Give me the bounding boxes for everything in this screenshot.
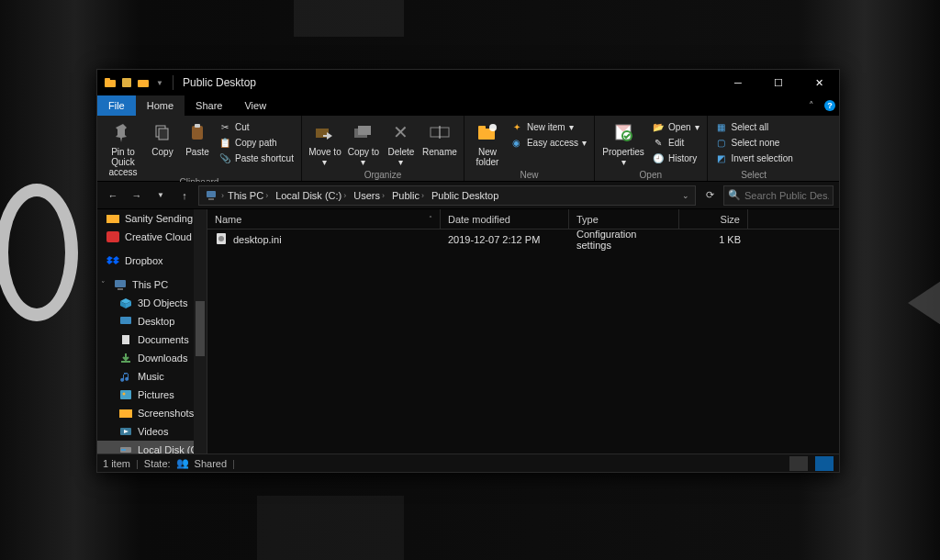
ribbon-group-select: ▦Select all ▢Select none ◩Invert selecti… — [708, 116, 800, 181]
nav-videos[interactable]: Videos — [97, 422, 207, 441]
nav-music[interactable]: Music — [97, 367, 207, 386]
qat-newfolder-icon[interactable] — [136, 75, 151, 90]
icons-view-button[interactable] — [815, 456, 834, 471]
rename-icon — [427, 119, 453, 145]
invert-selection-button[interactable]: ◩Invert selection — [713, 151, 795, 165]
svg-rect-29 — [120, 317, 131, 324]
disk-icon — [119, 443, 132, 454]
nav-scrollbar[interactable] — [194, 209, 207, 454]
edit-button[interactable]: ✎Edit — [650, 135, 700, 150]
paste-button[interactable]: Paste — [182, 118, 213, 157]
easy-access-button[interactable]: ◉Easy access ▾ — [509, 135, 588, 150]
crumb-public[interactable]: Public› — [388, 190, 428, 201]
copy-to-button[interactable]: Copy to ▾ — [346, 118, 381, 167]
open-icon: 📂 — [652, 120, 665, 133]
rename-button[interactable]: Rename — [421, 118, 458, 157]
file-icon — [215, 232, 228, 247]
new-folder-button[interactable]: New folder — [470, 118, 505, 167]
breadcrumb[interactable]: › This PC› Local Disk (C:)› Users› Publi… — [198, 185, 696, 206]
nav-dropbox[interactable]: Dropbox — [97, 252, 207, 270]
properties-button[interactable]: Properties ▾ — [600, 118, 646, 167]
col-name[interactable]: Name˄ — [207, 209, 441, 229]
file-list: Name˄ Date modified Type Size desktop.in… — [207, 209, 839, 454]
recent-button[interactable]: ▼ — [151, 185, 171, 206]
col-size[interactable]: Size — [679, 209, 748, 229]
pin-button[interactable]: Pin to Quick access — [103, 118, 143, 177]
search-input[interactable] — [744, 190, 829, 201]
select-all-button[interactable]: ▦Select all — [713, 119, 795, 134]
svg-rect-22 — [106, 215, 119, 223]
nav-creative-cloud[interactable]: Creative Cloud Fil — [97, 228, 207, 246]
scrollbar-thumb[interactable] — [196, 301, 205, 356]
col-date[interactable]: Date modified — [441, 209, 569, 229]
ribbon: Pin to Quick access Copy Paste ✂Cut 📋Cop… — [97, 116, 839, 182]
select-none-icon: ▢ — [715, 136, 728, 149]
file-row[interactable]: desktop.ini 2019-12-07 2:12 PM Configura… — [207, 230, 839, 250]
crumb-this-pc[interactable]: This PC› — [224, 190, 272, 201]
tab-home[interactable]: Home — [136, 95, 185, 116]
nav-desktop[interactable]: Desktop — [97, 312, 207, 330]
maximize-button[interactable]: ☐ — [758, 70, 799, 95]
move-to-button[interactable]: Move to ▾ — [308, 118, 342, 167]
ribbon-group-new: New folder ✦New item ▾ ◉Easy access ▾ Ne… — [464, 116, 595, 181]
up-button[interactable]: ↑ — [174, 185, 195, 206]
nav-downloads[interactable]: Downloads — [97, 349, 207, 367]
new-item-button[interactable]: ✦New item ▾ — [509, 119, 588, 134]
refresh-button[interactable]: ⟳ — [699, 185, 720, 206]
crumb-users[interactable]: Users› — [350, 190, 388, 201]
minimize-button[interactable]: ─ — [718, 70, 758, 95]
back-button[interactable]: ← — [103, 185, 123, 206]
dropbox-icon — [106, 254, 119, 267]
music-icon — [119, 370, 132, 383]
nav-this-pc[interactable]: ˅This PC — [97, 275, 207, 294]
search-box[interactable]: 🔍 — [723, 185, 834, 206]
open-button[interactable]: 📂Open ▾ — [650, 119, 700, 134]
nav-local-disk-c[interactable]: Local Disk (C:) — [97, 441, 207, 454]
tab-share[interactable]: Share — [185, 95, 233, 116]
qat-dropdown-icon[interactable]: ▼ — [152, 75, 167, 90]
nav-sanity-sending[interactable]: Sanity Sending a˄ — [97, 209, 207, 228]
state-value: Shared — [195, 458, 227, 469]
delete-button[interactable]: ✕Delete ▾ — [385, 118, 418, 167]
copy-button[interactable]: Copy — [147, 118, 178, 157]
address-bar: ← → ▼ ↑ › This PC› Local Disk (C:)› User… — [97, 182, 839, 209]
svg-rect-38 — [121, 449, 126, 451]
crumb-local-disk[interactable]: Local Disk (C:)› — [272, 190, 350, 201]
collapse-ribbon-icon[interactable]: ˄ — [802, 95, 821, 116]
titlebar[interactable]: ▼ Public Desktop ─ ☐ ✕ — [97, 70, 839, 95]
col-type[interactable]: Type — [569, 209, 679, 229]
bg-shape — [257, 496, 404, 560]
explorer-window: ▼ Public Desktop ─ ☐ ✕ File Home Share V… — [96, 69, 840, 473]
search-icon: 🔍 — [728, 189, 741, 201]
cut-icon: ✂ — [218, 120, 231, 133]
details-view-button[interactable] — [789, 456, 808, 471]
ribbon-group-clipboard: Pin to Quick access Copy Paste ✂Cut 📋Cop… — [97, 116, 302, 181]
cc-icon — [106, 230, 119, 243]
nav-documents[interactable]: Documents — [97, 330, 207, 349]
column-headers: Name˄ Date modified Type Size — [207, 209, 839, 230]
crumb-public-desktop[interactable]: Public Desktop — [428, 190, 502, 201]
close-button[interactable]: ✕ — [799, 70, 839, 95]
forward-button[interactable]: → — [127, 185, 147, 206]
nav-3d-objects[interactable]: 3D Objects — [97, 294, 207, 312]
address-dropdown-icon[interactable]: ⌄ — [678, 191, 693, 200]
nav-screenshots[interactable]: Screenshots — [97, 404, 207, 422]
history-button[interactable]: 🕘History — [650, 151, 700, 165]
navigation-pane: Sanity Sending a˄ Creative Cloud Fil Dro… — [97, 209, 207, 454]
app-icon — [103, 75, 118, 90]
tab-view[interactable]: View — [233, 95, 277, 116]
pic-icon — [119, 388, 132, 401]
nav-pictures[interactable]: Pictures — [97, 386, 207, 404]
tab-file[interactable]: File — [97, 95, 136, 116]
bg-shape — [908, 275, 940, 330]
copy-path-button[interactable]: 📋Copy path — [217, 135, 296, 150]
down-icon — [119, 352, 132, 364]
svg-rect-2 — [122, 78, 131, 87]
qat-properties-icon[interactable] — [119, 75, 134, 90]
select-none-button[interactable]: ▢Select none — [713, 135, 795, 150]
paste-shortcut-icon: 📎 — [218, 151, 231, 164]
paste-shortcut-button[interactable]: 📎Paste shortcut — [217, 151, 296, 165]
help-icon[interactable]: ? — [821, 95, 839, 116]
easy-access-icon: ◉ — [510, 136, 523, 149]
cut-button[interactable]: ✂Cut — [217, 119, 296, 134]
